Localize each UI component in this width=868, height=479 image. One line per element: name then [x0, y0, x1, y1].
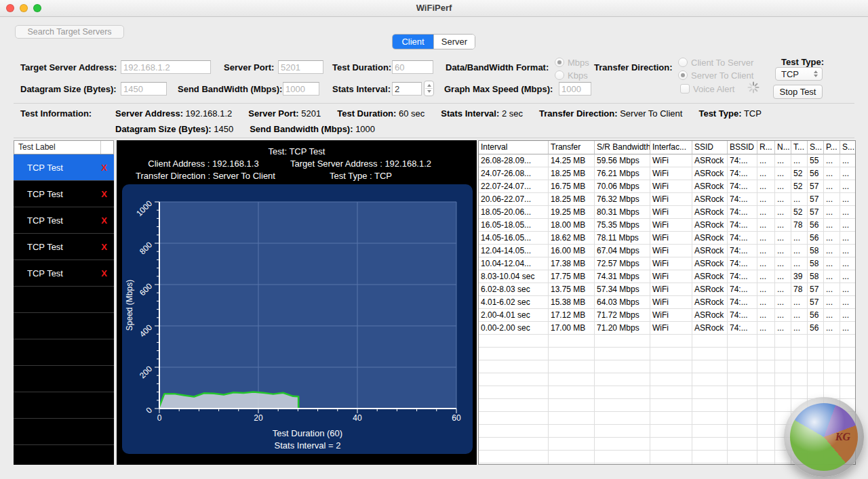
- table-cell: [775, 451, 791, 463]
- test-list-header[interactable]: Test Label: [14, 140, 114, 154]
- table-cell: ...: [791, 154, 808, 167]
- table-cell: [650, 348, 692, 360]
- send-bandwidth-input[interactable]: [283, 82, 319, 96]
- test-type-value: TCP: [781, 69, 799, 79]
- table-cell: WiFi: [650, 270, 692, 283]
- radio-client-to-server[interactable]: Client To Server: [678, 57, 753, 68]
- table-cell: 74:...: [728, 296, 757, 309]
- test-info-item: Stats Interval: 2 sec: [441, 108, 523, 119]
- table-cell: WiFi: [650, 257, 692, 270]
- stop-test-button[interactable]: Stop Test: [773, 85, 823, 99]
- table-cell: ...: [757, 270, 775, 283]
- table-cell: [757, 399, 775, 412]
- table-cell: [728, 438, 757, 451]
- table-cell: 6.02-8.03 sec: [479, 283, 549, 296]
- table-header-cell[interactable]: S/R Bandwidth: [595, 141, 650, 154]
- tab-client[interactable]: Client: [393, 35, 433, 49]
- table-cell: [595, 386, 650, 399]
- table-row[interactable]: 10.04-12.04...17.38 MB72.57 MbpsWiFiASRo…: [479, 257, 855, 270]
- table-row[interactable]: 12.04-14.05...16.00 MB67.04 MbpsWiFiASRo…: [479, 245, 855, 257]
- table-cell: [840, 451, 856, 463]
- test-list-item[interactable]: TCP TestX: [14, 154, 114, 181]
- voice-alert-checkbox[interactable]: Voice Alert: [680, 83, 734, 94]
- table-header-row[interactable]: IntervalTransferS/R BandwidthInterfac...…: [479, 141, 855, 154]
- test-list-item[interactable]: TCP TestX: [14, 234, 114, 260]
- table-header-cell[interactable]: Transfer: [549, 141, 595, 154]
- table-header-cell[interactable]: S...: [840, 141, 856, 154]
- separator: [14, 138, 854, 138]
- test-list-item[interactable]: TCP TestX: [14, 181, 114, 207]
- table-cell: WiFi: [650, 245, 692, 257]
- table-row[interactable]: 24.07-26.08...18.25 MB76.21 MbpsWiFiASRo…: [479, 167, 855, 180]
- table-cell: [791, 373, 808, 386]
- table-cell: 74.31 Mbps: [595, 270, 650, 283]
- table-cell: [595, 438, 650, 451]
- table-cell: [824, 438, 840, 451]
- table-header-cell[interactable]: N...: [775, 141, 791, 154]
- table-row[interactable]: 14.05-16.05...18.62 MB78.11 MbpsWiFiASRo…: [479, 232, 855, 245]
- datagram-size-input[interactable]: [121, 82, 167, 96]
- test-type-popup[interactable]: TCP: [775, 67, 823, 81]
- delete-test-button[interactable]: X: [101, 215, 107, 226]
- table-cell: ...: [824, 322, 840, 335]
- test-list-item[interactable]: TCP TestX: [14, 260, 114, 287]
- table-cell: ...: [824, 232, 840, 245]
- table-cell: [479, 412, 549, 425]
- separator: [14, 103, 854, 104]
- table-cell: [479, 425, 549, 438]
- table-row[interactable]: 18.05-20.06...19.25 MB80.31 MbpsWiFiASRo…: [479, 206, 855, 219]
- table-row[interactable]: 4.01-6.02 sec15.38 MB64.03 MbpsWiFiASRoc…: [479, 296, 855, 309]
- table-row: [479, 335, 855, 348]
- table-cell: [479, 348, 549, 360]
- delete-test-button[interactable]: X: [101, 242, 107, 252]
- table-row[interactable]: 6.02-8.03 sec13.75 MB57.34 MbpsWiFiASRoc…: [479, 283, 855, 296]
- test-list-item[interactable]: TCP TestX: [14, 207, 114, 234]
- test-duration-input[interactable]: [392, 60, 433, 74]
- table-row[interactable]: 0.00-2.00 sec17.00 MB71.20 MbpsWiFiASRoc…: [479, 322, 855, 335]
- table-header-cell[interactable]: Interfac...: [650, 141, 692, 154]
- table-row[interactable]: 20.06-22.07...18.25 MB76.32 MbpsWiFiASRo…: [479, 193, 855, 206]
- table-cell: [757, 373, 775, 386]
- format-label: Data/BandWidth Format:: [446, 62, 549, 72]
- table-header-cell[interactable]: Interval: [479, 141, 549, 154]
- table-cell: [808, 412, 824, 425]
- delete-test-button[interactable]: X: [101, 163, 107, 173]
- table-row[interactable]: 26.08-28.09...14.25 MB59.56 MbpsWiFiASRo…: [479, 154, 855, 167]
- radio-mbps[interactable]: Mbps: [555, 57, 589, 68]
- table-header-cell[interactable]: P...: [824, 141, 840, 154]
- table-row[interactable]: 16.05-18.05...18.00 MB75.35 MbpsWiFiASRo…: [479, 219, 855, 232]
- table-cell: [650, 373, 692, 386]
- table-cell: [791, 425, 808, 438]
- table-cell: 52: [791, 167, 808, 180]
- table-header-cell[interactable]: T...: [791, 141, 808, 154]
- delete-test-button[interactable]: X: [101, 268, 107, 278]
- table-header-cell[interactable]: SSID: [692, 141, 728, 154]
- table-cell: ...: [791, 232, 808, 245]
- table-cell: [775, 463, 791, 465]
- table-cell: WiFi: [650, 206, 692, 219]
- radio-server-to-client[interactable]: Server To Client: [678, 70, 753, 81]
- server-port-input[interactable]: [278, 60, 323, 74]
- stats-interval-input[interactable]: [392, 82, 422, 96]
- table-header-cell[interactable]: BSSID: [728, 141, 757, 154]
- graph-max-speed-input[interactable]: [559, 82, 591, 96]
- target-server-address-input[interactable]: [121, 60, 211, 74]
- table-cell: [840, 348, 856, 360]
- radio-kbps[interactable]: Kbps: [555, 70, 588, 81]
- table-cell: ...: [775, 296, 791, 309]
- table-row[interactable]: 8.03-10.04 sec17.75 MB74.31 MbpsWiFiASRo…: [479, 270, 855, 283]
- table-header-cell[interactable]: S...: [808, 141, 824, 154]
- table-row[interactable]: 2.00-4.01 sec17.12 MB71.72 MbpsWiFiASRoc…: [479, 309, 855, 322]
- table-row[interactable]: 22.07-24.07...16.75 MB70.06 MbpsWiFiASRo…: [479, 180, 855, 193]
- table-cell: ...: [775, 167, 791, 180]
- table-cell: 52: [791, 180, 808, 193]
- table-cell: [791, 348, 808, 360]
- tab-server[interactable]: Server: [433, 35, 475, 49]
- table-cell: 59.56 Mbps: [595, 154, 650, 167]
- table-header-cell[interactable]: R...: [757, 141, 775, 154]
- delete-test-button[interactable]: X: [101, 189, 107, 199]
- table-cell: [549, 463, 595, 465]
- stats-interval-stepper[interactable]: [424, 81, 434, 96]
- table-cell: [549, 412, 595, 425]
- search-target-servers-button[interactable]: Search Target Servers: [15, 25, 124, 39]
